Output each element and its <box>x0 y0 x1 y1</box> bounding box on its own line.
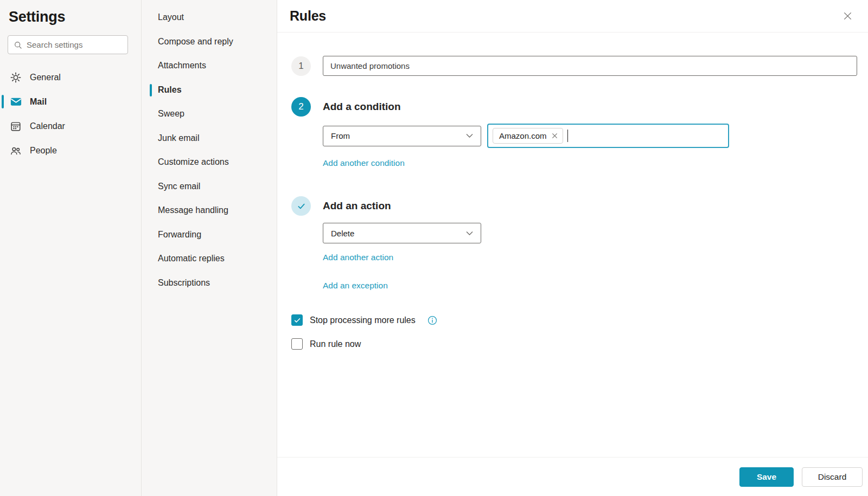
people-icon <box>9 144 22 157</box>
nav-item-label: Customize actions <box>158 157 229 167</box>
condition-heading: Add a condition <box>323 101 401 113</box>
nav-item-junk-email[interactable]: Junk email <box>142 126 277 151</box>
active-indicator-bar <box>2 95 4 108</box>
condition-select[interactable]: From <box>323 126 481 146</box>
panel-footer: Save Discard <box>277 457 868 496</box>
sidebar-item-people[interactable]: People <box>0 138 141 163</box>
close-icon[interactable] <box>840 9 855 23</box>
sidebar-item-label: General <box>30 73 61 82</box>
sidebar-item-mail[interactable]: Mail <box>0 89 141 114</box>
sidebar-item-label: People <box>30 146 57 156</box>
nav-item-label: Rules <box>158 85 182 95</box>
nav-item-label: Forwarding <box>158 230 201 240</box>
nav-item-rules[interactable]: Rules <box>142 78 277 102</box>
save-button[interactable]: Save <box>739 467 794 487</box>
step-1-badge: 1 <box>291 56 311 76</box>
nav-item-label: Subscriptions <box>158 278 210 288</box>
chip-remove-icon[interactable] <box>552 133 558 139</box>
rule-name-input[interactable] <box>323 56 857 76</box>
nav-item-automatic-replies[interactable]: Automatic replies <box>142 247 277 271</box>
sidebar-item-calendar[interactable]: Calendar <box>0 114 141 138</box>
settings-sidebar: Settings General <box>0 0 142 496</box>
nav-item-forwarding[interactable]: Forwarding <box>142 223 277 247</box>
action-step-header: Add an action <box>291 196 857 216</box>
condition-step-header: 2 Add a condition <box>291 97 857 117</box>
nav-item-customize-actions[interactable]: Customize actions <box>142 150 277 175</box>
search-settings-box[interactable] <box>8 35 128 54</box>
action-body: Delete Add another action Add an excepti… <box>323 223 857 291</box>
settings-title: Settings <box>0 8 141 35</box>
stop-processing-checkbox[interactable] <box>291 314 303 326</box>
add-another-action-link[interactable]: Add another action <box>323 253 393 262</box>
discard-button[interactable]: Discard <box>802 467 863 487</box>
active-indicator-bar <box>150 84 152 96</box>
rule-editor: 1 2 Add a condition From <box>277 33 868 457</box>
calendar-icon <box>9 120 22 133</box>
search-settings-input[interactable] <box>27 40 135 49</box>
sidebar-item-label: Calendar <box>30 121 65 131</box>
condition-value-chip: Amazon.com <box>493 128 563 144</box>
nav-item-sync-email[interactable]: Sync email <box>142 175 277 199</box>
nav-item-label: Message handling <box>158 205 228 215</box>
settings-window: Settings General <box>0 0 868 496</box>
checkbox-label: Run rule now <box>310 339 361 349</box>
page-title: Rules <box>290 8 326 24</box>
nav-item-label: Sweep <box>158 109 184 119</box>
nav-item-label: Attachments <box>158 61 206 70</box>
action-select[interactable]: Delete <box>323 223 481 243</box>
add-an-exception-link[interactable]: Add an exception <box>323 281 388 291</box>
condition-value-input[interactable]: Amazon.com <box>487 124 729 148</box>
run-rule-now-row: Run rule now <box>291 338 361 350</box>
stop-processing-row: Stop processing more rules <box>291 314 437 326</box>
nav-item-layout[interactable]: Layout <box>142 5 277 30</box>
text-caret <box>567 130 569 142</box>
mail-icon <box>9 95 22 108</box>
nav-item-label: Automatic replies <box>158 254 225 263</box>
rule-name-step: 1 <box>291 56 857 76</box>
rules-panel: Rules 1 2 Add a condition From <box>277 0 868 496</box>
mail-settings-nav: Layout Compose and reply Attachments Rul… <box>142 0 277 496</box>
chevron-down-icon <box>466 133 473 138</box>
gear-icon <box>9 71 22 84</box>
search-icon <box>14 41 22 49</box>
nav-item-label: Sync email <box>158 182 200 191</box>
checkbox-label: Stop processing more rules <box>310 315 416 325</box>
chip-label: Amazon.com <box>499 131 547 140</box>
run-rule-now-checkbox[interactable] <box>291 338 303 350</box>
condition-select-value: From <box>331 131 350 140</box>
nav-item-label: Layout <box>158 12 184 22</box>
panel-header: Rules <box>277 0 868 33</box>
step-2-badge: 2 <box>291 97 311 117</box>
action-select-value: Delete <box>331 229 354 238</box>
nav-item-subscriptions[interactable]: Subscriptions <box>142 271 277 295</box>
step-done-check-icon <box>291 196 311 216</box>
sidebar-item-label: Mail <box>30 97 47 107</box>
info-icon[interactable] <box>427 315 437 325</box>
nav-item-attachments[interactable]: Attachments <box>142 54 277 78</box>
nav-item-label: Compose and reply <box>158 37 233 47</box>
add-another-condition-link[interactable]: Add another condition <box>323 158 405 168</box>
nav-item-message-handling[interactable]: Message handling <box>142 198 277 223</box>
nav-item-sweep[interactable]: Sweep <box>142 102 277 126</box>
chevron-down-icon <box>466 231 473 236</box>
action-heading: Add an action <box>323 200 391 212</box>
condition-body: From Amazon.com <box>323 124 857 168</box>
nav-item-compose-and-reply[interactable]: Compose and reply <box>142 30 277 54</box>
sidebar-item-general[interactable]: General <box>0 65 141 89</box>
nav-item-label: Junk email <box>158 133 199 143</box>
settings-sections-nav: General Mail Ca <box>0 65 141 163</box>
